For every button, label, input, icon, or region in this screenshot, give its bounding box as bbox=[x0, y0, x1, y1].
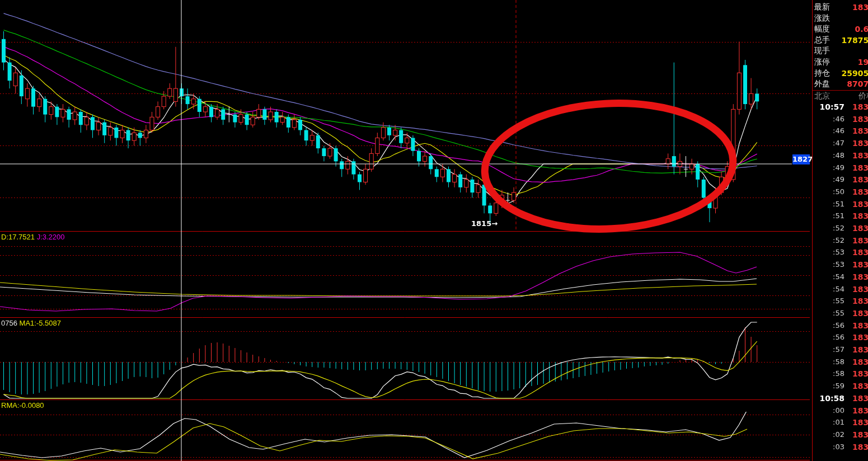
tape-time: :46 bbox=[813, 126, 844, 135]
tape-price: 1836 bbox=[846, 418, 868, 427]
tape-row: :001837 bbox=[813, 405, 868, 417]
macd-left-value: 0756 bbox=[1, 319, 17, 327]
tape-row: :591837 bbox=[813, 380, 868, 392]
tape-time: :55 bbox=[813, 297, 844, 305]
macd-label-row: 0756 MA1:-5.5087 bbox=[1, 319, 61, 327]
tape-time: :54 bbox=[813, 272, 844, 281]
kdj-d-value: D:17.7521 bbox=[1, 233, 35, 241]
tape-row: 10:581836 bbox=[813, 393, 868, 404]
tape-price: 1837 bbox=[846, 406, 868, 415]
quote-row: 现手1 bbox=[813, 45, 868, 56]
tape-time: :53 bbox=[813, 260, 844, 269]
tape-header: 北京 价格 bbox=[813, 91, 868, 101]
kdj-label-row: D:17.7521 J:3.2200 bbox=[1, 233, 65, 241]
tape-row: :561836 bbox=[813, 332, 868, 344]
quote-label: 外盘 bbox=[814, 79, 830, 89]
tape-price: 1837 bbox=[846, 139, 868, 148]
kdj-j-value: J:3.2200 bbox=[37, 233, 65, 241]
trma-label-row: RMA:-0.0080 bbox=[1, 401, 44, 410]
tape-row: :531836 bbox=[813, 247, 868, 258]
tape-row: :491837 bbox=[813, 174, 868, 186]
last-price-tag: 1827 bbox=[792, 154, 810, 164]
tape-time: :00 bbox=[813, 406, 844, 415]
tape-price: 1836 bbox=[846, 260, 868, 269]
tape-price: 1836 bbox=[846, 345, 868, 354]
tape-time: :02 bbox=[813, 430, 844, 439]
tape-row: :501837 bbox=[813, 186, 868, 198]
tape-row: :521837 bbox=[813, 235, 868, 247]
quote-value: 178759 bbox=[829, 36, 868, 45]
quote-value: 87077 bbox=[829, 79, 868, 88]
tape-time: :49 bbox=[813, 163, 844, 172]
tape-time: :56 bbox=[813, 333, 844, 341]
tape-header-time: 北京 bbox=[814, 91, 830, 101]
tape-row: :531836 bbox=[813, 259, 868, 271]
tape-row: :541836 bbox=[813, 284, 868, 295]
quote-row: 总手178759 bbox=[813, 34, 868, 45]
tape-price: 1837 bbox=[846, 163, 868, 172]
tape-row: :491837 bbox=[813, 162, 868, 174]
tape-price: 1837 bbox=[846, 443, 868, 451]
quote-row: 最新1837 bbox=[813, 1, 868, 12]
tape-time: :59 bbox=[813, 382, 844, 390]
tape-time: :03 bbox=[813, 443, 844, 451]
tape-time: :47 bbox=[813, 139, 844, 147]
quote-row: 涨跌1 bbox=[813, 12, 868, 23]
quote-label: 现手 bbox=[814, 46, 830, 56]
tape-row: :571836 bbox=[813, 344, 868, 356]
tape-price: 1836 bbox=[846, 309, 868, 318]
tape-row: :551837 bbox=[813, 295, 868, 307]
tape-price: 1837 bbox=[846, 236, 868, 245]
tape-row: :521837 bbox=[813, 223, 868, 234]
tape-price: 1836 bbox=[846, 430, 868, 439]
quote-value: 1 bbox=[829, 14, 868, 23]
sidebar-divider bbox=[813, 90, 868, 91]
macd-ma1-value: MA1:-5.5087 bbox=[20, 319, 61, 327]
tape-time: :55 bbox=[813, 309, 844, 317]
quote-label: 涨停 bbox=[814, 57, 830, 67]
tape-price: 1836 bbox=[846, 248, 868, 257]
tape-price: 1836 bbox=[846, 357, 868, 366]
tape-price: 1836 bbox=[846, 394, 868, 403]
quote-label: 涨跌 bbox=[814, 13, 830, 23]
tape-row: :461837 bbox=[813, 125, 868, 137]
tape-time: :52 bbox=[813, 224, 844, 232]
tape-row: :581836 bbox=[813, 356, 868, 368]
tape-time: :48 bbox=[813, 151, 844, 159]
tape-row: :541837 bbox=[813, 271, 868, 283]
chart-canvas[interactable] bbox=[0, 0, 810, 461]
tape-row: 10:571837 bbox=[813, 101, 868, 113]
quote-label: 持仓 bbox=[814, 68, 830, 78]
tape-time: :50 bbox=[813, 187, 844, 196]
tape-row: :511837 bbox=[813, 199, 868, 210]
quote-value: 195 bbox=[829, 58, 868, 67]
tape-price: 1836 bbox=[846, 333, 868, 342]
tape-price: 1836 bbox=[846, 285, 868, 294]
low-price-annotation: 1815→ bbox=[471, 219, 498, 228]
tape-price: 1837 bbox=[846, 151, 868, 160]
tape-time: :54 bbox=[813, 285, 844, 293]
tape-price: 1837 bbox=[846, 382, 868, 391]
tape-row: :461837 bbox=[813, 114, 868, 125]
tape-time: :46 bbox=[813, 115, 844, 123]
tape-price: 1837 bbox=[846, 187, 868, 196]
tape-time: :51 bbox=[813, 211, 844, 220]
quote-value: 0.60 bbox=[829, 25, 868, 34]
tape-time: :58 bbox=[813, 357, 844, 366]
tape-row: :021836 bbox=[813, 429, 868, 441]
tape-price: 1836 bbox=[846, 321, 868, 330]
tape-time: :53 bbox=[813, 248, 844, 256]
quote-row: 外盘87077 bbox=[813, 78, 868, 89]
tape-price: 1837 bbox=[846, 175, 868, 184]
tape-time: :52 bbox=[813, 236, 844, 244]
tape-row: :581837 bbox=[813, 368, 868, 380]
quote-value: 1837 bbox=[829, 3, 868, 12]
tape-row: :481837 bbox=[813, 150, 868, 162]
tape-price: 1837 bbox=[846, 126, 868, 135]
tape-time: :56 bbox=[813, 321, 844, 330]
tape-time: :51 bbox=[813, 200, 844, 208]
tape-row: :551836 bbox=[813, 308, 868, 319]
tape-row: :031837 bbox=[813, 441, 868, 453]
quote-row: 涨停195 bbox=[813, 56, 868, 67]
quote-value: 259059 bbox=[829, 69, 868, 78]
